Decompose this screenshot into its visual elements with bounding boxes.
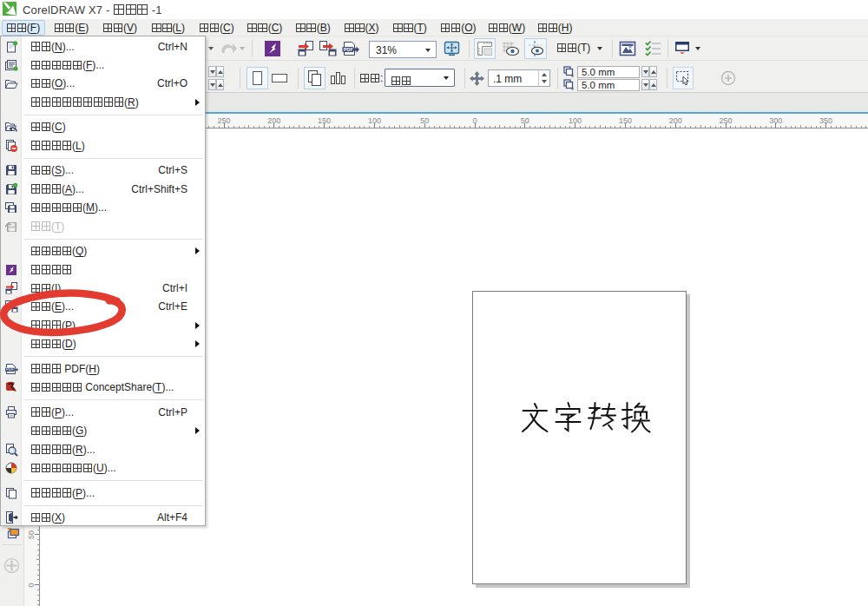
svg-text:PDF: PDF — [344, 47, 354, 52]
svg-text:y: y — [571, 86, 574, 91]
svg-text:x: x — [571, 73, 574, 78]
svg-text:PDF: PDF — [6, 367, 14, 372]
